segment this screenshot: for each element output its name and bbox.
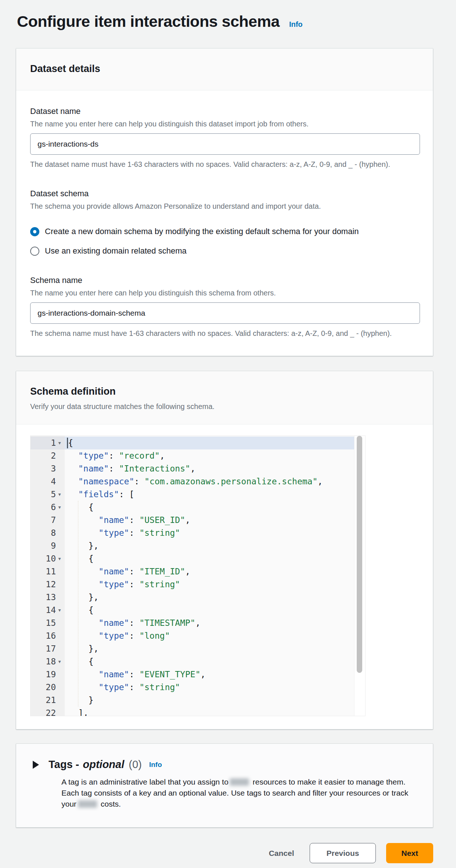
schema-definition-heading: Schema definition <box>30 386 419 397</box>
text-cursor <box>67 438 68 448</box>
tags-expander[interactable]: Tags - optional (0) Info <box>33 758 418 771</box>
editor-line-number: 13 <box>31 591 65 604</box>
editor-line-number: 22 <box>31 707 65 716</box>
fold-arrow-icon[interactable]: ▾ <box>56 437 63 449</box>
editor-line-number: 4 <box>31 475 65 488</box>
editor-gutter: 1▾2345▾6▾78910▾11121314▾15161718▾1920212… <box>31 436 65 716</box>
radio-use-existing-schema[interactable]: Use an existing domain related schema <box>30 246 419 256</box>
radio-button-icon[interactable] <box>30 247 39 256</box>
next-button[interactable]: Next <box>386 843 433 863</box>
tags-count: (0) <box>129 758 142 771</box>
schema-definition-description: Verify your data structure matches the f… <box>30 402 419 411</box>
editor-line-number: 3 <box>31 462 65 475</box>
editor-scrollbar-track[interactable] <box>354 436 365 716</box>
tags-description: A tag is an administrative label that yo… <box>61 776 418 810</box>
tags-title-prefix: Tags - <box>49 758 79 771</box>
editor-code-line[interactable]: "type": "string" <box>65 578 355 591</box>
schema-name-input[interactable] <box>30 302 420 324</box>
previous-button[interactable]: Previous <box>310 843 376 863</box>
tags-description-part3: costs. <box>101 800 121 808</box>
dataset-name-description: The name you enter here can help you dis… <box>30 120 419 128</box>
schema-definition-card: Schema definition Verify your data struc… <box>16 371 433 729</box>
editor-code-area[interactable]: { "type": "record", "name": "Interaction… <box>65 436 355 716</box>
fold-arrow-icon[interactable]: ▾ <box>56 552 63 565</box>
tags-description-part1: A tag is an administrative label that yo… <box>61 778 228 786</box>
editor-line-number: 20 <box>31 681 65 694</box>
editor-code-line[interactable]: "name": "USER_ID", <box>65 514 355 527</box>
schema-definition-header: Schema definition Verify your data struc… <box>16 371 433 424</box>
expand-caret-icon[interactable] <box>33 761 39 769</box>
editor-code-line[interactable]: { <box>65 604 355 617</box>
dataset-details-card: Dataset details Dataset name The name yo… <box>16 48 433 356</box>
editor-code-line[interactable]: { <box>65 501 355 514</box>
editor-code-line[interactable]: "type": "string" <box>65 527 355 539</box>
editor-line-number: 8 <box>31 527 65 539</box>
dataset-schema-description: The schema you provide allows Amazon Per… <box>30 202 419 211</box>
editor-code-line[interactable]: "name": "EVENT_TYPE", <box>65 668 355 681</box>
editor-line-number: 5▾ <box>31 488 65 501</box>
fold-arrow-icon[interactable]: ▾ <box>56 488 63 501</box>
schema-code-editor[interactable]: 1▾2345▾6▾78910▾11121314▾15161718▾1920212… <box>30 435 366 716</box>
schema-definition-body: 1▾2345▾6▾78910▾11121314▾15161718▾1920212… <box>16 424 433 729</box>
editor-line-number: 9 <box>31 539 65 552</box>
radio-create-new-schema[interactable]: Create a new domain schema by modifying … <box>30 227 419 236</box>
editor-line-number: 7 <box>31 514 65 527</box>
editor-line-number: 1▾ <box>31 437 65 449</box>
editor-code-line[interactable]: "name": "TIMESTAMP", <box>65 617 355 630</box>
dataset-name-label: Dataset name <box>30 107 419 116</box>
editor-code-line[interactable]: "name": "Interactions", <box>65 462 355 475</box>
editor-code-line[interactable]: } <box>65 694 355 707</box>
editor-code-line[interactable]: "fields": [ <box>65 488 355 501</box>
editor-code-line[interactable]: { <box>65 552 355 565</box>
tags-optional-word: optional <box>83 758 124 771</box>
editor-line-number: 16 <box>31 630 65 642</box>
editor-code-line[interactable]: "type": "record", <box>65 449 355 462</box>
editor-line-number: 6▾ <box>31 501 65 514</box>
editor-scrollbar-thumb[interactable] <box>357 436 362 673</box>
schema-name-description: The name you enter here can help you dis… <box>30 289 419 297</box>
tags-panel: Tags - optional (0) Info A tag is an adm… <box>16 743 433 828</box>
dataset-details-body: Dataset name The name you enter here can… <box>16 90 433 356</box>
radio-button-icon[interactable] <box>30 227 39 236</box>
editor-code-line[interactable]: "namespace": "com.amazonaws.personalize.… <box>65 475 355 488</box>
redacted-text <box>230 778 249 786</box>
dataset-schema-radio-group: Create a new domain schema by modifying … <box>30 227 419 256</box>
editor-line-number: 2 <box>31 449 65 462</box>
fold-arrow-icon[interactable]: ▾ <box>56 604 63 617</box>
schema-name-label: Schema name <box>30 276 419 285</box>
dataset-details-heading: Dataset details <box>30 63 419 75</box>
editor-code-line[interactable]: "name": "ITEM_ID", <box>65 565 355 578</box>
editor-line-number: 19 <box>31 668 65 681</box>
editor-code-line[interactable]: }, <box>65 539 355 552</box>
schema-name-constraint: The schema name must have 1-63 character… <box>30 328 392 339</box>
fold-arrow-icon[interactable]: ▾ <box>56 655 63 668</box>
tags-title: Tags - optional (0) <box>49 758 142 771</box>
page-title: Configure item interactions schema <box>17 12 279 31</box>
editor-line-number: 12 <box>31 578 65 591</box>
editor-code-line[interactable]: { <box>65 437 355 449</box>
dataset-name-input[interactable] <box>30 133 420 155</box>
editor-code-line[interactable]: { <box>65 655 355 668</box>
cancel-button[interactable]: Cancel <box>264 843 299 863</box>
page-header: Configure item interactions schema Info <box>17 12 433 31</box>
dataset-details-header: Dataset details <box>16 49 433 90</box>
schema-name-group: Schema name The name you enter here can … <box>30 276 419 339</box>
dataset-name-constraint: The dataset name must have 1-63 characte… <box>30 159 392 170</box>
fold-arrow-icon[interactable]: ▾ <box>56 501 63 514</box>
redacted-text <box>78 800 97 808</box>
editor-code-line[interactable]: ], <box>65 707 355 716</box>
page-info-link[interactable]: Info <box>289 20 303 29</box>
editor-code-line[interactable]: }, <box>65 591 355 604</box>
radio-use-existing-schema-label: Use an existing domain related schema <box>45 246 186 256</box>
tags-info-link[interactable]: Info <box>149 761 162 769</box>
editor-line-number: 10▾ <box>31 552 65 565</box>
dataset-name-group: Dataset name The name you enter here can… <box>30 107 419 170</box>
dataset-schema-label: Dataset schema <box>30 189 419 198</box>
editor-line-number: 18▾ <box>31 655 65 668</box>
radio-create-new-schema-label: Create a new domain schema by modifying … <box>45 227 359 236</box>
editor-code-line[interactable]: "type": "long" <box>65 630 355 642</box>
editor-line-number: 17 <box>31 642 65 655</box>
editor-code-line[interactable]: }, <box>65 642 355 655</box>
editor-line-number: 11 <box>31 565 65 578</box>
editor-code-line[interactable]: "type": "string" <box>65 681 355 694</box>
